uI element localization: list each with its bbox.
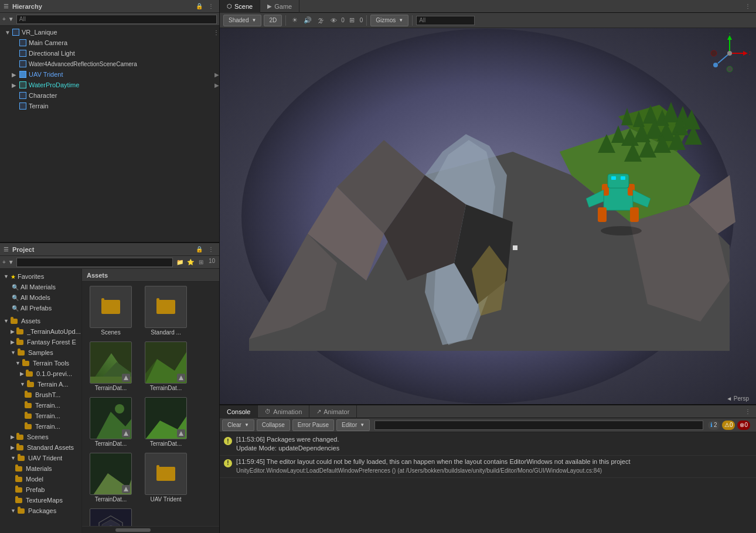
project-0-1-0[interactable]: ▶ 0.1.0-previ... — [0, 368, 81, 379]
project-samples[interactable]: ▼ Samples — [0, 347, 81, 358]
project-uav-trident-folder[interactable]: ▼ UAV Trident — [0, 453, 81, 463]
asset-uav-folder-label: UAV Trident — [150, 496, 181, 503]
samples-arrow: ▼ — [11, 350, 16, 356]
project-scenes-folder[interactable]: ▶ Scenes — [0, 432, 81, 442]
project-materials-folder[interactable]: Materials — [0, 463, 81, 474]
svg-marker-15 — [102, 520, 120, 526]
asset-vr-lanique[interactable]: VR_Lanique — [84, 507, 137, 526]
project-fantasy-forest[interactable]: ▶ Fantasy Forest E — [0, 337, 81, 347]
project-terrain-sub1[interactable]: Terrain... — [0, 400, 81, 411]
shading-dropdown[interactable]: Shaded ▼ — [223, 15, 261, 26]
hierarchy-item-water-camera[interactable]: Water4AdvancedReflectionSceneCamera — [0, 59, 219, 69]
hidden-btn[interactable]: 👁 — [328, 15, 339, 26]
asset-standard[interactable]: Standard ... — [139, 284, 192, 337]
mode-2d-btn[interactable]: 2D — [264, 15, 282, 26]
tab-scene[interactable]: ⬡ Scene — [220, 0, 260, 13]
asset-scenes-thumb — [90, 286, 132, 328]
hierarchy-item-uav-trident[interactable]: ▶ UAV Trident ▶ — [0, 69, 219, 80]
hierarchy-item-main-camera[interactable]: Main Camera — [0, 37, 219, 48]
project-standard-assets-folder[interactable]: ▶ Standard Assets — [0, 442, 81, 453]
collapse-btn[interactable]: Collapse — [257, 419, 290, 431]
project-assets-root[interactable]: ▼ Assets — [0, 316, 81, 326]
uav-more[interactable]: ▶ — [214, 71, 219, 78]
std-assets-arrow: ▶ — [11, 445, 15, 450]
hierarchy-panel: ☰ Hierarchy 🔒 ⋮ + ▼ ▼ VR_Lanique ⋮ — [0, 0, 219, 243]
asset-terrain-5[interactable]: TerrainDat... — [84, 451, 137, 504]
hidden-count: 0 — [341, 17, 345, 23]
project-btn-1[interactable]: 📁 — [175, 258, 185, 267]
project-terrain-tools[interactable]: ▼ Terrain Tools — [0, 358, 81, 368]
asset-terrain-2[interactable]: TerrainDat... — [139, 340, 192, 393]
project-lock-btn[interactable]: 🔒 — [195, 245, 204, 254]
terrain-a-arrow: ▼ — [20, 381, 25, 387]
console-icon-2: ! — [223, 459, 233, 468]
hierarchy-add-icon[interactable]: + — [2, 16, 6, 22]
clear-dropdown-btn[interactable]: Clear ▼ — [222, 419, 254, 431]
hierarchy-more-btn[interactable]: ⋮ — [206, 2, 216, 11]
assets-scrollbar-thumb[interactable] — [115, 528, 151, 532]
project-all-models[interactable]: 🔍 All Models — [0, 292, 81, 303]
hierarchy-item-directional-light[interactable]: Directional Light — [0, 48, 219, 59]
project-menu-icon[interactable]: ☰ — [4, 246, 9, 252]
grid-btn[interactable]: ⊞ — [347, 15, 357, 26]
project-terrain-a[interactable]: ▼ Terrain A... — [0, 379, 81, 390]
asset-terrain-1[interactable]: TerrainDat... — [84, 340, 137, 393]
project-terrain-sub3[interactable]: Terrain... — [0, 421, 81, 432]
project-terrain-sub2[interactable]: Terrain... — [0, 411, 81, 421]
console-more-btn[interactable]: ⋮ — [743, 407, 752, 416]
project-more-btn[interactable]: ⋮ — [206, 245, 216, 254]
assets-panel-title: Assets — [87, 272, 108, 279]
project-add-icon[interactable]: + — [2, 259, 6, 265]
project-btn-2[interactable]: ⭐ — [186, 258, 195, 267]
asset-terrain-4[interactable]: TerrainDat... — [139, 395, 192, 449]
hierarchy-item-terrain[interactable]: Terrain — [0, 101, 219, 111]
project-all-materials[interactable]: 🔍 All Materials — [0, 282, 81, 292]
project-terrain-auto[interactable]: ▶ _TerrainAutoUpd... — [0, 326, 81, 337]
hierarchy-scene-root[interactable]: ▼ VR_Lanique ⋮ — [0, 27, 219, 37]
editor-dropdown-btn[interactable]: Editor ▼ — [336, 419, 370, 431]
warn-badge-icon: ⚠ — [724, 422, 730, 428]
asset-vr-lanique-thumb — [90, 508, 132, 526]
terrain-badge-svg-2 — [178, 375, 184, 381]
effects-btn[interactable]: 🌫 — [315, 15, 326, 26]
waterpro-more[interactable]: ▶ — [214, 82, 219, 88]
console-message-2[interactable]: ! [11:59:45] The editor layout could not… — [220, 456, 756, 478]
scene-more[interactable]: ⋮ — [213, 29, 219, 36]
asset-uav-folder[interactable]: UAV Trident — [139, 451, 192, 504]
project-model-folder[interactable]: Model — [0, 474, 81, 484]
project-down-icon[interactable]: ▼ — [8, 259, 14, 265]
hierarchy-menu-icon[interactable]: ☰ — [4, 3, 9, 9]
viewport-search-input[interactable] — [416, 16, 475, 25]
hierarchy-search-input[interactable] — [16, 15, 217, 24]
project-brush-t[interactable]: BrushT... — [0, 390, 81, 400]
hierarchy-item-waterpro[interactable]: ▶ WaterProDaytime ▶ — [0, 80, 219, 90]
asset-terrain-3[interactable]: TerrainDat... — [84, 395, 137, 449]
terrain-badge-svg-1 — [123, 375, 129, 381]
tab-animation[interactable]: ⏱ Animation — [258, 405, 309, 418]
gizmos-dropdown[interactable]: Gizmos ▼ — [370, 15, 408, 26]
console-message-1[interactable]: ! [11:53:06] Packages were changed. Upda… — [220, 433, 756, 456]
viewport-more-btn[interactable]: ⋮ — [743, 2, 752, 11]
project-search-input[interactable] — [16, 258, 173, 267]
project-favorites[interactable]: ▼ ★ Favorites — [0, 271, 81, 282]
tab-game[interactable]: ▶ Game — [260, 0, 299, 13]
project-all-prefabs[interactable]: 🔍 All Prefabs — [0, 303, 81, 313]
uav-folder-label: UAV Trident — [28, 455, 63, 462]
console-search-input[interactable] — [374, 421, 703, 430]
hierarchy-down-icon[interactable]: ▼ — [8, 16, 14, 22]
project-texture-maps-folder[interactable]: TextureMaps — [0, 495, 81, 505]
project-btn-3[interactable]: ⊞ — [196, 258, 206, 267]
console-detail-2: UnityEditor.WindowLayout:LoadDefaultWind… — [236, 467, 602, 474]
tab-animator[interactable]: ↗ Animator — [309, 405, 357, 418]
asset-scenes[interactable]: Scenes — [84, 284, 137, 337]
tab-console[interactable]: Console — [220, 405, 258, 418]
hierarchy-item-character[interactable]: Character — [0, 90, 219, 101]
project-packages-folder[interactable]: ▼ Packages — [0, 505, 81, 516]
uav-asset-folder-icon — [156, 467, 175, 481]
console-toolbar: Clear ▼ Collapse Error Pause Editor ▼ ℹ — [220, 418, 756, 432]
hierarchy-lock-btn[interactable]: 🔒 — [195, 2, 204, 11]
audio-btn[interactable]: 🔊 — [302, 15, 313, 26]
lighting-btn[interactable]: ☀ — [290, 15, 300, 26]
project-prefab-folder[interactable]: Prefab — [0, 484, 81, 495]
error-pause-btn[interactable]: Error Pause — [292, 419, 334, 431]
